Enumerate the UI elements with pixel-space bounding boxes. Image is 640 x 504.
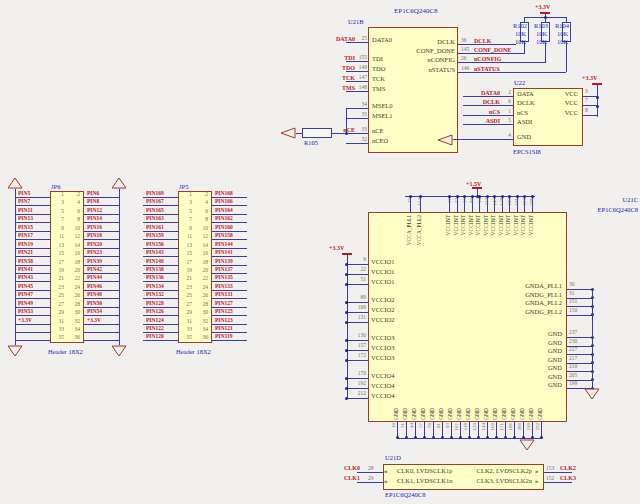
pin-number: 2 xyxy=(196,192,208,198)
pin-number: 218 xyxy=(526,423,531,431)
pin-number: 199 xyxy=(569,381,577,387)
bidir-pin-icon: « xyxy=(384,468,388,475)
pin-number: 13 xyxy=(180,243,192,249)
wire xyxy=(84,315,119,316)
net-label: PIN125 xyxy=(215,309,233,315)
wire xyxy=(347,312,368,313)
pin-name: VCCIO1 xyxy=(371,269,394,276)
wire xyxy=(332,133,346,134)
pin-number: 33 xyxy=(362,127,368,133)
u22-right-pins: 3 7 8 xyxy=(583,90,597,118)
jp6-type-label: Header 18X2 xyxy=(48,349,83,356)
r103-ref: R103 xyxy=(534,23,548,30)
wire xyxy=(15,315,50,316)
jp5-rows: PIN169 1 2 PIN168 PIN167 3 4 PIN166 xyxy=(138,191,268,343)
pin-stub: 80 xyxy=(469,196,477,212)
pin-stub: 226 xyxy=(529,196,537,212)
pin-name: VCCINT xyxy=(476,215,482,235)
net-label: PIN45 xyxy=(18,284,33,290)
pin-number: 32 xyxy=(362,137,368,143)
jp6-header: JP6 PIN5 1 2 PIN6 PI xyxy=(10,172,140,364)
pin-number: 33 xyxy=(180,327,192,333)
pin-row: DCLK 6 xyxy=(463,99,513,108)
pin-number: 8 xyxy=(68,217,80,223)
pin-number: 149 xyxy=(359,65,367,71)
pin-stub: 232 xyxy=(537,422,546,438)
pin-number: 12 xyxy=(196,234,208,240)
pin-name: VCCINT xyxy=(506,215,512,235)
pin-row: 212 xyxy=(347,391,368,401)
pin-number: 131 xyxy=(358,315,366,321)
pin-name: GND xyxy=(517,134,531,141)
pin-name-row: ASDI xyxy=(517,118,577,127)
pin-number: 144 xyxy=(481,423,486,431)
pin-number: 15 xyxy=(52,251,64,257)
pin-number: 4 xyxy=(508,133,511,139)
pin-number: 11 xyxy=(180,234,192,240)
pin-name-col: GND xyxy=(429,372,438,420)
pin-name: nCE xyxy=(372,128,384,135)
wire xyxy=(458,62,545,63)
pin-number: 32 xyxy=(196,319,208,325)
net-label: PIN12 xyxy=(87,208,102,214)
pin-name: VCCIO3 xyxy=(371,345,394,352)
pin-row: nCS 1 xyxy=(463,109,513,118)
pin-name-col: GND xyxy=(519,372,528,420)
pin-number: 26 xyxy=(68,293,80,299)
pin-name: VCCIO2 xyxy=(371,297,394,304)
pin-name-col: GND xyxy=(510,372,519,420)
wire xyxy=(597,85,598,117)
net-label: PIN143 xyxy=(146,250,164,256)
pin-number: 6 xyxy=(68,209,80,215)
pin-name: VCCINT xyxy=(446,215,452,235)
pin-number: 29 xyxy=(368,476,374,482)
pin-name: TCK xyxy=(372,76,385,83)
net-label: PIN17 xyxy=(18,233,33,239)
pin-name: GND xyxy=(421,408,427,420)
net-label: nSTATUS xyxy=(474,66,500,72)
net-label: PIN18 xyxy=(87,233,102,239)
pin-number: 143 xyxy=(492,198,497,206)
pin-name: GND xyxy=(548,357,562,364)
pin-name-col: VCCA_PLL2 xyxy=(415,215,425,263)
wire xyxy=(583,115,597,116)
net-label: PIN120 xyxy=(146,334,164,340)
wire xyxy=(544,472,572,473)
net-label: nCONFIG xyxy=(474,56,501,62)
pin-number: 35 xyxy=(362,112,368,118)
pin-name: GND xyxy=(529,408,535,420)
pin-number: 114 xyxy=(484,198,489,205)
net-label: CONF_DONE xyxy=(474,47,511,53)
wire xyxy=(346,133,368,134)
pin-number: 28 xyxy=(196,302,208,308)
pin-row: ASDI 5 xyxy=(463,118,513,127)
wire xyxy=(143,256,178,257)
bidir-pin-icon: » xyxy=(535,478,539,485)
pin-name-row: VCCIO3 xyxy=(371,333,431,343)
net-label: PIN121 xyxy=(215,326,233,332)
net-label: PIN162 xyxy=(215,216,233,222)
power-label-3v3: +3.3V xyxy=(329,245,344,251)
pin-number: 6 xyxy=(508,99,511,105)
pin-number: 206 xyxy=(522,198,527,206)
pin-number: 150 xyxy=(569,308,577,314)
wire xyxy=(347,398,368,399)
net-label: PIN160 xyxy=(215,225,233,231)
net-label: PIN134 xyxy=(146,284,164,290)
net-label: PIN8 xyxy=(87,199,99,205)
pin-row: 146 nSTATUS xyxy=(458,67,568,76)
pin-number: 32 xyxy=(454,198,459,203)
pin-name-row: VCCIO2 xyxy=(371,315,431,325)
pin-number: 232 xyxy=(535,423,540,431)
pin-row: 150 xyxy=(567,309,592,318)
net-label: +3.3V xyxy=(18,318,32,324)
wire xyxy=(347,302,368,303)
pin-name: TDI xyxy=(372,56,383,63)
schematic-sheet: EP1C6Q240C8 U21B DATA0 25 TDI 155 TDO 14… xyxy=(0,0,640,504)
pin-number: 30 xyxy=(569,282,575,288)
r104-ref: R104 xyxy=(555,23,569,30)
wire xyxy=(347,340,368,341)
pin-name: VCCIO2 xyxy=(371,317,394,324)
net-label: PIN156 xyxy=(146,242,164,248)
pin-number: 172 xyxy=(358,353,366,359)
